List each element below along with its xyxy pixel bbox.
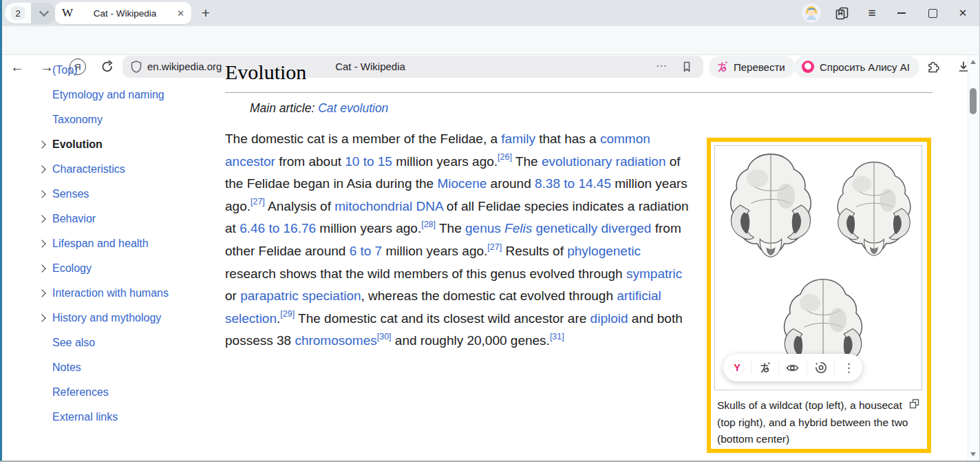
table-of-contents: (Top)Etymology and namingTaxonomyEvoluti… (31, 58, 224, 430)
toc-item-label: See also (52, 337, 95, 349)
maximize-button[interactable] (924, 5, 941, 21)
toc-item-characteristics[interactable]: Characteristics (31, 157, 224, 182)
body-text: that has a (535, 131, 600, 146)
evolution-paragraph: The domestic cat is a member of the Feli… (225, 128, 690, 352)
minimize-icon (897, 12, 906, 14)
reference-link[interactable]: [27] (251, 197, 265, 207)
scroll-down-arrow-icon[interactable] (970, 452, 976, 456)
side-panel-button[interactable] (833, 5, 850, 21)
close-window-button[interactable]: ✕ (955, 5, 971, 21)
wiki-link[interactable]: 10 to 15 (345, 154, 392, 169)
reference-link[interactable]: [29] (280, 309, 295, 319)
reference-link[interactable]: [26] (498, 152, 512, 162)
tab-counter[interactable]: 2 (5, 3, 56, 23)
tab-list-dropdown[interactable] (31, 3, 56, 23)
toc-item-label: Lifespan and health (52, 238, 149, 250)
toc-item-label: Etymology and naming (52, 89, 164, 101)
body-text: and roughly 20,000 genes. (392, 333, 550, 348)
reference-link[interactable]: [28] (421, 220, 436, 229)
wiki-link[interactable]: genus (465, 221, 501, 235)
chevron-right-icon[interactable] (31, 216, 52, 222)
toc-item-external-links[interactable]: External links (31, 405, 224, 430)
toolbar-divider (751, 361, 752, 375)
wiki-link[interactable]: diploid (590, 311, 628, 326)
chevron-right-icon[interactable] (31, 241, 52, 246)
wiki-link[interactable]: evolutionary radiation (542, 154, 666, 169)
toolbar-divider (778, 361, 779, 375)
chevron-right-icon[interactable] (31, 142, 52, 147)
toc-item-interaction-with-humans[interactable]: Interaction with humans (31, 281, 224, 306)
body-text: The domestic cat is a member of the Feli… (225, 131, 501, 146)
page-scrollbar[interactable] (968, 55, 978, 461)
scroll-up-arrow-icon[interactable] (970, 60, 976, 64)
wiki-link[interactable]: Felis (504, 221, 532, 235)
tab-count-badge[interactable]: 2 (5, 3, 31, 23)
toc-item-etymology-and-naming[interactable]: Etymology and naming (31, 83, 224, 107)
yandex-logo-icon[interactable]: Y (729, 359, 745, 376)
minimize-button[interactable] (893, 5, 910, 21)
wiki-link[interactable]: parapatric speciation (240, 288, 361, 303)
new-tab-button[interactable]: + (197, 4, 215, 22)
toolbar-divider (807, 361, 807, 375)
hatnote-prefix: Main article: (250, 101, 318, 115)
body-text: Results of (502, 244, 567, 258)
tab-cat-wikipedia[interactable]: W Cat - Wikipedia ✕ (55, 2, 191, 24)
translate-image-icon[interactable] (756, 359, 773, 376)
wiki-link[interactable]: Miocene (437, 176, 487, 191)
toc-item-top[interactable]: (Top) (31, 58, 224, 83)
eye-icon[interactable] (785, 359, 801, 376)
chevron-down-icon (39, 7, 48, 17)
body-text: Analysis of (265, 199, 334, 213)
toc-item-taxonomy[interactable]: Taxonomy (31, 107, 224, 132)
window-border-left (0, 0, 2, 462)
chevron-right-icon[interactable] (31, 167, 52, 172)
image-hover-toolbar[interactable]: Y (723, 354, 862, 381)
toc-item-history-and-mythology[interactable]: History and mythology (31, 306, 224, 330)
menu-button[interactable]: ≡ (864, 5, 880, 21)
wikipedia-favicon: W (62, 6, 77, 20)
chevron-right-icon[interactable] (31, 266, 52, 271)
toc-item-evolution[interactable]: Evolution (31, 132, 224, 157)
wiki-link[interactable]: chromosomes (295, 333, 376, 348)
wiki-link[interactable]: 6.46 to 16.76 (239, 221, 316, 235)
chevron-right-icon[interactable] (31, 191, 52, 197)
tab-close-icon[interactable]: ✕ (177, 8, 184, 19)
chevron-right-icon[interactable] (31, 291, 52, 296)
toc-item-notes[interactable]: Notes (31, 355, 224, 380)
reference-link[interactable]: [27] (487, 242, 502, 252)
camera-search-icon[interactable] (813, 359, 829, 376)
toc-item-ecology[interactable]: Ecology (31, 256, 224, 281)
wiki-link[interactable]: phylogenetic (567, 244, 641, 258)
scrollbar-thumb[interactable] (970, 88, 977, 114)
body-text: million years ago. (382, 244, 487, 258)
reference-link[interactable]: [30] (377, 332, 392, 341)
toc-item-lifespan-and-health[interactable]: Lifespan and health (31, 231, 224, 256)
profile-avatar[interactable] (802, 3, 821, 23)
wiki-link[interactable]: genetically diverged (535, 221, 651, 235)
toc-item-behavior[interactable]: Behavior (31, 207, 224, 231)
wiki-link[interactable]: family (501, 131, 535, 146)
back-button[interactable]: ← (8, 57, 27, 76)
wiki-link[interactable]: mitochondrial DNA (334, 199, 443, 213)
browser-toolbar: ← → Я en.wikipedia.org Cat - Wikipedia ⋯ (0, 26, 980, 55)
toc-item-label: (Top) (52, 64, 77, 76)
toc-item-label: Characteristics (52, 163, 125, 176)
figure-image-frame[interactable]: Y (714, 145, 922, 390)
toc-item-senses[interactable]: Senses (31, 182, 224, 207)
toc-item-see-also[interactable]: See also (31, 330, 224, 355)
body-text: from about (275, 154, 345, 169)
wiki-link[interactable]: 6 to 7 (350, 244, 383, 258)
tab-strip: 2 W Cat - Wikipedia ✕ + ≡ ✕ (0, 0, 980, 26)
reference-link[interactable]: [31] (550, 332, 564, 341)
chevron-right-icon[interactable] (31, 315, 52, 321)
skulls-figure[interactable]: Y (707, 138, 931, 453)
toc-item-label: Notes (52, 361, 81, 374)
expand-figure-icon[interactable] (909, 399, 919, 409)
more-options-icon[interactable]: ⋮ (840, 359, 857, 376)
wiki-link[interactable]: 8.38 to 14.45 (535, 176, 611, 191)
wiki-link[interactable]: sympatric (626, 266, 682, 281)
hatnote-link[interactable]: Cat evolution (318, 101, 388, 115)
body-text: , whereas the domestic cat evolved throu… (361, 288, 617, 303)
toc-item-references[interactable]: References (31, 380, 224, 405)
window-border-bottom (0, 461, 980, 462)
